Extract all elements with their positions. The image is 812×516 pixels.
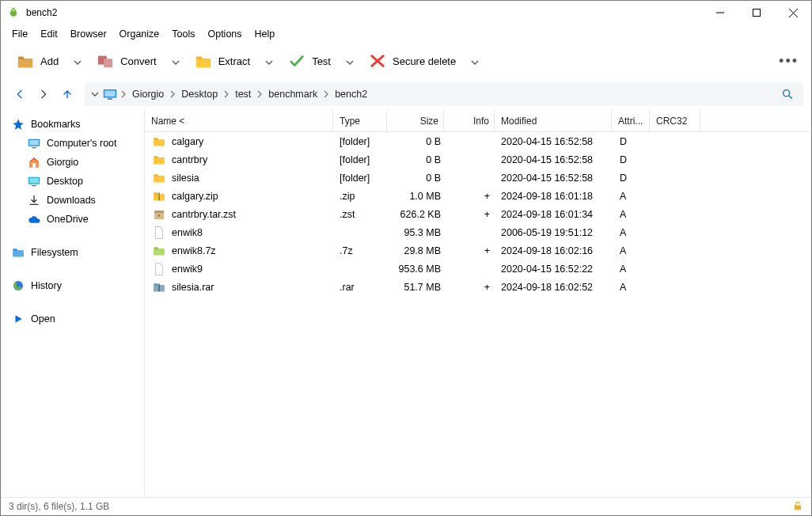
secure-delete-button[interactable]: Secure delete (361, 47, 464, 74)
col-crc[interactable]: CRC32 (650, 110, 700, 131)
col-modified[interactable]: Modified (495, 110, 612, 131)
breadcrumb-test[interactable]: test (232, 89, 254, 100)
test-dropdown[interactable] (339, 47, 361, 74)
add-dropdown[interactable] (66, 47, 89, 74)
file-row[interactable]: cantrbry.tar.zst.zst626.2 KB+2024-09-18 … (145, 205, 811, 223)
col-attr[interactable]: Attri... (612, 110, 650, 131)
extract-icon (195, 52, 212, 70)
file-modified: 2020-04-15 16:52:58 (495, 136, 612, 147)
svg-rect-26 (795, 505, 801, 510)
menu-help[interactable]: Help (249, 26, 282, 42)
sidebar-computers-root[interactable]: Computer's root (1, 134, 144, 153)
svg-rect-24 (158, 214, 159, 217)
sidebar-desktop[interactable]: Desktop (1, 172, 144, 191)
chevron-right-icon (167, 90, 178, 98)
file-name: enwik9 (172, 264, 203, 275)
7z-icon (153, 245, 165, 257)
pc-icon[interactable] (102, 86, 118, 102)
file-name: cantrbry.tar.zst (172, 209, 236, 220)
breadcrumbs: GiorgioDesktoptestbenchmarkbench2 (118, 89, 370, 100)
menu-tools[interactable]: Tools (165, 26, 201, 42)
file-size: 1.0 MB (387, 191, 444, 202)
file-row[interactable]: silesia.rar.rar51.7 MB+2024-09-18 16:02:… (145, 278, 811, 296)
file-row[interactable]: enwik9953.6 MB2020-04-15 16:52:22A (145, 260, 811, 278)
sidebar-filesystem-label: Filesystem (31, 247, 78, 258)
back-button[interactable] (9, 83, 31, 105)
minimize-button[interactable] (702, 1, 738, 25)
cloud-icon (28, 213, 40, 226)
file-area: Name < Type Size Info Modified Attri... … (145, 110, 811, 497)
file-modified: 2024-09-18 16:01:18 (495, 191, 612, 202)
file-row[interactable]: enwik8.7z.7z29.8 MB+2024-09-18 16:02:16A (145, 241, 811, 260)
extract-label: Extract (218, 55, 250, 67)
file-size: 626.2 KB (387, 209, 444, 220)
sidebar-bookmarks[interactable]: Bookmarks (1, 115, 144, 134)
home-icon (28, 156, 40, 169)
add-icon (17, 52, 34, 70)
file-size: 0 B (387, 136, 444, 147)
search-button[interactable] (776, 83, 799, 105)
col-size[interactable]: Size (387, 110, 444, 131)
breadcrumb-desktop[interactable]: Desktop (178, 89, 221, 100)
close-button[interactable] (775, 1, 811, 25)
file-row[interactable]: enwik895.3 MB2006-05-19 19:51:12A (145, 223, 811, 241)
add-button[interactable]: Add (9, 47, 66, 74)
sidebar-downloads[interactable]: Downloads (1, 191, 144, 210)
col-type[interactable]: Type (333, 110, 387, 131)
menu-edit[interactable]: Edit (34, 26, 64, 42)
convert-button[interactable]: Convert (89, 47, 165, 74)
window-title: bench2 (26, 7, 702, 18)
breadcrumb-benchmark[interactable]: benchmark (265, 89, 321, 100)
more-button[interactable]: ••• (774, 53, 803, 70)
zip-icon (153, 190, 165, 203)
svg-rect-23 (154, 211, 164, 213)
sidebar-giorgio[interactable]: Giorgio (1, 153, 144, 172)
forward-button[interactable] (32, 83, 55, 105)
file-row[interactable]: calgary[folder]0 B2020-04-15 16:52:58D (145, 132, 811, 150)
col-name[interactable]: Name < (145, 110, 333, 131)
sidebar-filesystem[interactable]: Filesystem (1, 243, 144, 262)
sidebar-bookmarks-label: Bookmarks (31, 119, 81, 130)
menu-options[interactable]: Options (201, 26, 248, 42)
file-row[interactable]: cantrbry[folder]0 B2020-04-15 16:52:58D (145, 150, 811, 169)
toolbar: Add Convert Extract Test Secure delete •… (1, 44, 811, 78)
sidebar-computers-root-label: Computer's root (47, 138, 117, 149)
file-name: silesia (172, 173, 199, 184)
file-row[interactable]: silesia[folder]0 B2020-04-15 16:52:58D (145, 169, 811, 187)
chevron-down-icon[interactable] (89, 92, 101, 97)
address-bar[interactable]: GiorgioDesktoptestbenchmarkbench2 (85, 82, 803, 106)
svg-point-11 (784, 90, 790, 97)
test-icon (288, 52, 305, 70)
file-attr: A (612, 191, 650, 202)
breadcrumb-bench2[interactable]: bench2 (332, 89, 370, 100)
convert-dropdown[interactable] (165, 47, 187, 74)
add-label: Add (40, 55, 59, 67)
file-attr: A (612, 264, 650, 275)
archive-icon (153, 208, 165, 221)
menu-organize[interactable]: Organize (113, 26, 166, 42)
folder-icon (153, 172, 165, 184)
file-icon (153, 263, 165, 275)
breadcrumb-giorgio[interactable]: Giorgio (129, 89, 167, 100)
extract-dropdown[interactable] (258, 47, 280, 74)
menubar: FileEditBrowserOrganizeToolsOptionsHelp (1, 25, 811, 44)
sidebar-open[interactable]: Open (1, 309, 144, 328)
file-size: 29.8 MB (387, 245, 444, 256)
file-row[interactable]: calgary.zip.zip1.0 MB+2024-09-18 16:01:1… (145, 187, 811, 205)
up-button[interactable] (56, 83, 78, 105)
file-size: 95.3 MB (387, 227, 444, 238)
sidebar-onedrive[interactable]: OneDrive (1, 210, 144, 229)
file-attr: A (612, 282, 650, 293)
sidebar-desktop-label: Desktop (47, 176, 83, 187)
sidebar-history-label: History (31, 280, 62, 291)
menu-browser[interactable]: Browser (64, 26, 113, 42)
maximize-button[interactable] (738, 1, 775, 25)
file-name: enwik8 (172, 227, 203, 238)
menu-file[interactable]: File (6, 26, 34, 42)
lock-icon (792, 500, 803, 514)
sidebar-history[interactable]: History (1, 276, 144, 295)
col-info[interactable]: Info (444, 110, 495, 131)
test-button[interactable]: Test (280, 47, 339, 74)
extract-button[interactable]: Extract (187, 47, 258, 74)
secure-delete-dropdown[interactable] (464, 47, 486, 74)
